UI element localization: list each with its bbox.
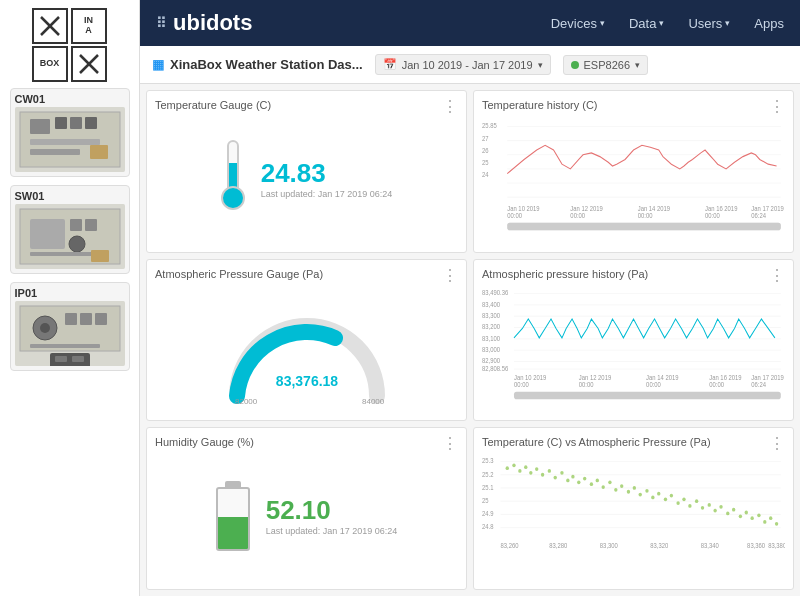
svg-point-118: [651, 496, 654, 500]
nav-users[interactable]: Users ▾: [688, 16, 730, 31]
sidebar: IN A BOX CW01: [0, 0, 140, 596]
status-dot: [571, 61, 579, 69]
pressure-history-chart: 83,490.36 83,400 83,300 83,200 83,100 83…: [482, 286, 785, 409]
logo-box: BOX: [32, 46, 68, 82]
widget-title-pressure-gauge: Atmospheric Pressure Gauge (Pa): [155, 268, 458, 280]
brand-logo: ⠿ ubidots: [156, 10, 252, 36]
svg-text:26: 26: [482, 147, 489, 154]
svg-point-129: [719, 505, 722, 509]
svg-rect-11: [90, 145, 108, 159]
nav-data[interactable]: Data ▾: [629, 16, 664, 31]
brand-name: ubidots: [173, 10, 252, 36]
device-card-cw01[interactable]: CW01: [10, 88, 130, 177]
svg-point-127: [708, 503, 711, 507]
device-label-ip01: IP01: [15, 287, 38, 299]
svg-point-110: [602, 485, 605, 489]
temp-value: 24.83: [261, 158, 393, 189]
svg-point-95: [512, 464, 515, 468]
widget-menu-temp-history[interactable]: ⋮: [769, 97, 785, 116]
svg-text:00:00: 00:00: [638, 212, 653, 219]
svg-rect-24: [95, 313, 107, 325]
device-selector[interactable]: ESP8266 ▾: [563, 55, 648, 75]
svg-text:24.9: 24.9: [482, 510, 494, 517]
brand-dots: ⠿: [156, 15, 167, 31]
svg-point-130: [726, 512, 729, 516]
svg-point-133: [745, 511, 748, 515]
device-card-ip01[interactable]: IP01: [10, 282, 130, 371]
svg-point-102: [554, 476, 557, 480]
dashboard-grid: Temperature Gauge (C) ⋮ 24.83 Last updat…: [140, 84, 800, 596]
svg-text:27: 27: [482, 134, 489, 141]
svg-text:00:00: 00:00: [579, 380, 594, 387]
svg-text:06:24: 06:24: [751, 380, 766, 387]
svg-text:25.3: 25.3: [482, 457, 494, 464]
top-nav: ⠿ ubidots Devices ▾ Data ▾ Users ▾ Apps: [140, 0, 800, 46]
svg-point-109: [596, 479, 599, 483]
svg-point-138: [775, 522, 778, 526]
svg-text:83,300: 83,300: [482, 311, 500, 318]
svg-rect-18: [91, 250, 109, 262]
svg-rect-7: [70, 117, 82, 129]
svg-point-117: [645, 489, 648, 493]
svg-point-101: [548, 469, 551, 473]
chevron-down-icon: ▾: [600, 18, 605, 28]
svg-text:83,260: 83,260: [501, 542, 519, 549]
svg-point-103: [560, 471, 563, 475]
svg-text:83,400: 83,400: [482, 300, 500, 307]
widget-title-temp-gauge: Temperature Gauge (C): [155, 99, 458, 111]
svg-text:06:24: 06:24: [751, 212, 766, 219]
svg-point-120: [664, 498, 667, 502]
dashboard-grid-icon: ▦: [152, 57, 164, 72]
nav-devices[interactable]: Devices ▾: [551, 16, 605, 31]
main-content: ⠿ ubidots Devices ▾ Data ▾ Users ▾ Apps …: [140, 0, 800, 596]
svg-point-115: [633, 486, 636, 490]
widget-humidity-gauge: Humidity Gauge (%) ⋮ 52.10 Last updated:…: [146, 427, 467, 590]
svg-rect-8: [85, 117, 97, 129]
device-card-sw01[interactable]: SW01: [10, 185, 130, 274]
svg-text:00:00: 00:00: [705, 212, 720, 219]
svg-point-112: [614, 488, 617, 492]
date-range-picker[interactable]: 📅 Jan 10 2019 - Jan 17 2019 ▾: [375, 54, 551, 75]
svg-text:00:00: 00:00: [709, 380, 724, 387]
svg-point-131: [732, 508, 735, 512]
svg-point-106: [577, 481, 580, 485]
svg-point-113: [620, 485, 623, 489]
widget-menu-humidity-gauge[interactable]: ⋮: [442, 434, 458, 453]
widget-menu-pressure-history[interactable]: ⋮: [769, 266, 785, 285]
svg-point-119: [657, 492, 660, 496]
device-image-cw01: [15, 107, 125, 172]
svg-text:83,280: 83,280: [549, 542, 567, 549]
nav-apps[interactable]: Apps: [754, 16, 784, 31]
humidity-updated: Last updated: Jan 17 2019 06:24: [266, 526, 398, 536]
svg-point-134: [750, 517, 753, 521]
svg-text:83,490.36: 83,490.36: [482, 289, 509, 296]
svg-point-111: [608, 481, 611, 485]
widget-title-temp-history: Temperature history (C): [482, 99, 785, 111]
svg-point-96: [518, 469, 521, 473]
svg-point-100: [541, 473, 544, 477]
widget-title-humidity-gauge: Humidity Gauge (%): [155, 436, 458, 448]
temp-history-chart: 25.85 27 26 25 24 Jan 10 2019: [482, 117, 785, 240]
widget-temp-history: Temperature history (C) ⋮ 25.85 27 26 25…: [473, 90, 794, 253]
svg-point-16: [69, 236, 85, 252]
logo: IN A BOX: [32, 8, 108, 82]
humidity-gauge-display: 52.10 Last updated: Jan 17 2019 06:24: [155, 454, 458, 577]
widget-menu-temp-gauge[interactable]: ⋮: [442, 97, 458, 116]
chevron-down-icon: ▾: [538, 60, 543, 70]
svg-text:82,900: 82,900: [482, 357, 500, 364]
svg-text:83,380: 83,380: [768, 542, 785, 549]
temp-gauge-display: 24.83 Last updated: Jan 17 2019 06:24: [155, 117, 458, 240]
svg-text:83,376.18: 83,376.18: [275, 373, 337, 389]
svg-text:24.8: 24.8: [482, 523, 494, 530]
svg-rect-10: [30, 149, 80, 155]
svg-rect-25: [30, 344, 100, 348]
svg-rect-81: [514, 391, 781, 399]
chevron-down-icon: ▾: [635, 60, 640, 70]
widget-menu-pressure-gauge[interactable]: ⋮: [442, 266, 458, 285]
svg-point-125: [695, 500, 698, 504]
svg-rect-27: [55, 356, 67, 362]
svg-text:83,360: 83,360: [747, 542, 765, 549]
svg-text:83,000: 83,000: [482, 345, 500, 352]
widget-menu-scatter[interactable]: ⋮: [769, 434, 785, 453]
svg-rect-28: [72, 356, 84, 362]
